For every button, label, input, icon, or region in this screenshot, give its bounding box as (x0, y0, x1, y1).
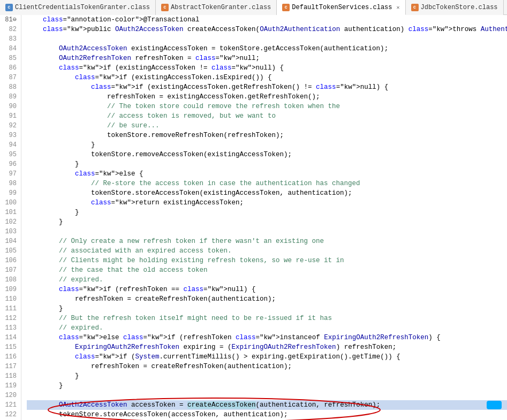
line-num-30: 110 (2, 294, 17, 304)
class-icon-orange-3: c (411, 4, 419, 11)
line-num-36: 116 (2, 352, 17, 362)
line-num-13: 93 (2, 131, 17, 140)
class-icon-orange-1: c (161, 4, 169, 11)
line-num-26: 106 (2, 256, 17, 265)
tab-default-token[interactable]: c DefaultTokenServices.class ✕ (277, 0, 405, 15)
line-num-25: 105 (2, 246, 17, 256)
code-area: 81⊖8283848586878889909192939495969798991… (0, 15, 507, 420)
code-line-30: refreshToken = createRefreshToken(authen… (27, 294, 507, 304)
line-num-9: 89 (2, 92, 17, 102)
code-line-39: } (27, 381, 507, 391)
code-line-31: } (27, 304, 507, 314)
code-line-41: OAuth2AccessToken accessToken = createAc… (27, 400, 507, 410)
code-line-3 (27, 34, 507, 44)
line-num-28: 108 (2, 275, 17, 285)
line-num-29: 109 (2, 285, 17, 294)
code-line-20: class="kw">return existingAccessToken; (27, 198, 507, 208)
tab-bar: c ClientCredentialsTokenGranter.class c … (0, 0, 507, 15)
tab-label-3: DefaultTokenServices.class (292, 4, 392, 11)
line-num-38: 118 (2, 371, 17, 381)
code-line-21: } (27, 208, 507, 217)
tab-client-credentials[interactable]: c ClientCredentialsTokenGranter.class (0, 0, 156, 15)
code-line-12: // be sure... (27, 121, 507, 131)
code-line-37: refreshToken = createRefreshToken(authen… (27, 362, 507, 371)
code-line-16: } (27, 159, 507, 169)
class-icon-orange-2: c (282, 4, 290, 11)
code-line-38: } (27, 371, 507, 381)
line-num-23: 103 (2, 227, 17, 236)
code-line-4: OAuth2AccessToken existingAccessToken = … (27, 44, 507, 54)
code-content[interactable]: class="annotation-color">@Transactional … (21, 15, 507, 420)
code-line-13: tokenStore.removeRefreshToken(refreshTok… (27, 131, 507, 140)
class-icon-blue: c (5, 4, 13, 11)
code-line-9: refreshToken = existingAccessToken.getRe… (27, 92, 507, 102)
code-line-10: // The token store could remove the refr… (27, 102, 507, 111)
line-num-32: 112 (2, 314, 17, 323)
code-line-40 (27, 391, 507, 400)
line-num-34: 114 (2, 333, 17, 342)
line-numbers: 81⊖8283848586878889909192939495969798991… (0, 15, 21, 420)
code-line-29: class="kw">if (refreshToken == class="kw… (27, 285, 507, 294)
code-line-17: class="kw">else { (27, 169, 507, 179)
line-num-8: 88 (2, 82, 17, 92)
line-num-22: 102 (2, 217, 17, 227)
close-icon-3[interactable]: ✕ (397, 4, 400, 11)
code-line-7: class="kw">if (existingAccessToken.isExp… (27, 73, 507, 82)
code-line-5: OAuth2RefreshToken refreshToken = class=… (27, 54, 507, 63)
line-num-24: 104 (2, 236, 17, 246)
line-num-6: 86 (2, 63, 17, 73)
code-line-33: // expired. (27, 323, 507, 333)
line-num-33: 113 (2, 323, 17, 333)
line-num-27: 107 (2, 265, 17, 275)
line-num-42: 122 (2, 410, 17, 419)
code-line-27: // the case that the old access token (27, 265, 507, 275)
code-line-14: } (27, 140, 507, 150)
code-line-11: // access token is removed, but we want … (27, 111, 507, 121)
code-line-34: class="kw">else class="kw">if (refreshTo… (27, 333, 507, 342)
line-num-37: 117 (2, 362, 17, 371)
line-num-31: 111 (2, 304, 17, 314)
code-line-28: // expired. (27, 275, 507, 285)
code-line-1: class="annotation-color">@Transactional (27, 15, 507, 25)
line-num-17: 97 (2, 169, 17, 179)
tab-abstract-token[interactable]: c AbstractTokenGranter.class (156, 0, 277, 15)
line-num-10: 90 (2, 102, 17, 111)
code-line-42: tokenStore.storeAccessToken(accessToken,… (27, 410, 507, 419)
line-num-16: 96 (2, 159, 17, 169)
code-line-15: tokenStore.removeAccessToken(existingAcc… (27, 150, 507, 159)
line-num-41: 121 (2, 400, 17, 410)
line-num-19: 99 (2, 188, 17, 198)
line-num-3: 83 (2, 34, 17, 44)
code-line-8: class="kw">if (existingAccessToken.getRe… (27, 82, 507, 92)
code-line-2: class="kw">public OAuth2AccessToken crea… (27, 25, 507, 34)
line-num-35: 115 (2, 342, 17, 352)
line-num-39: 119 (2, 381, 17, 391)
code-line-23 (27, 227, 507, 236)
code-line-26: // Clients might be holding existing ref… (27, 256, 507, 265)
code-line-32: // But the refresh token itself might ne… (27, 314, 507, 323)
line-num-21: 101 (2, 208, 17, 217)
line-num-5: 85 (2, 54, 17, 63)
line-num-2: 82 (2, 25, 17, 34)
line-num-40: 120 (2, 391, 17, 400)
line-num-20: 100 (2, 198, 17, 208)
code-line-22: } (27, 217, 507, 227)
line-num-4: 84 (2, 44, 17, 54)
line-num-11: 91 (2, 111, 17, 121)
watermark (487, 401, 502, 409)
line-num-7: 87 (2, 73, 17, 82)
line-num-12: 92 (2, 121, 17, 131)
code-line-36: class="kw">if (System.currentTimeMillis(… (27, 352, 507, 362)
code-line-25: // associated with an expired access tok… (27, 246, 507, 256)
tab-label-1: ClientCredentialsTokenGranter.class (15, 4, 150, 11)
code-line-18: // Re-store the access token in case the… (27, 179, 507, 188)
line-num-1: 81⊖ (2, 15, 17, 25)
code-line-6: class="kw">if (existingAccessToken != cl… (27, 63, 507, 73)
tab-label-2: AbstractTokenGranter.class (171, 4, 271, 11)
code-line-35: ExpiringOAuth2RefreshToken expiring = (E… (27, 342, 507, 352)
tab-label-4: JdbcTokenStore.class (421, 4, 498, 11)
line-num-14: 94 (2, 140, 17, 150)
tab-jdbc-token[interactable]: c JdbcTokenStore.class (406, 0, 504, 15)
line-num-18: 98 (2, 179, 17, 188)
code-line-19: tokenStore.storeAccessToken(existingAcce… (27, 188, 507, 198)
